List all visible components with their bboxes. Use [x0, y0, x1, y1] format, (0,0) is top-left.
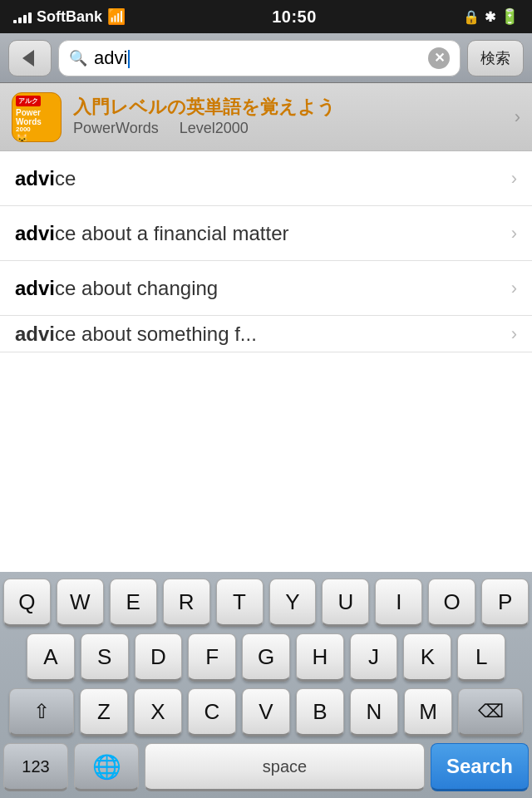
key-s[interactable]: S — [81, 633, 129, 682]
key-c[interactable]: C — [188, 688, 236, 736]
key-n[interactable]: N — [350, 688, 398, 736]
key-q[interactable]: Q — [3, 579, 51, 627]
key-v[interactable]: V — [242, 688, 290, 736]
shift-key[interactable]: ⇧ — [9, 688, 74, 736]
key-r[interactable]: R — [163, 579, 210, 627]
app-banner-text: 入門レベルの英単語を覚えよう PowerWords Level2000 — [73, 96, 503, 139]
key-h[interactable]: H — [296, 633, 344, 682]
app-icon: アルク Power Words 2000 🐱 — [12, 92, 62, 142]
result-text-partial: advice about something f... — [15, 323, 505, 346]
signal-icon — [13, 10, 32, 23]
search-submit-button[interactable]: 検索 — [467, 40, 524, 76]
key-x[interactable]: X — [134, 688, 182, 736]
space-key[interactable]: space — [145, 743, 425, 791]
app-banner-chevron-icon: › — [515, 106, 520, 128]
keyboard-row-3: ⇧ Z X C V B N M ⌫ — [0, 688, 532, 736]
app-icon-name-line2: Words — [16, 117, 42, 126]
space-label: space — [263, 757, 307, 776]
app-icon-alc-badge: アルク — [16, 96, 41, 106]
key-w[interactable]: W — [57, 579, 104, 627]
battery-icon: 🔋 — [500, 7, 519, 26]
results-list: advice › advice about a financial matter… — [0, 151, 532, 352]
key-t[interactable]: T — [216, 579, 264, 627]
search-key[interactable]: Search — [431, 743, 529, 791]
search-input[interactable]: advi — [94, 47, 421, 69]
result-text-advice-financial: advice about a financial matter — [15, 222, 511, 245]
key-l[interactable]: L — [457, 633, 505, 682]
app-banner-subtitle1: PowerWords — [73, 120, 159, 136]
keyboard: Q W E R T Y U I O P A S D F G H J K L ⇧ … — [0, 572, 532, 798]
search-key-label: Search — [446, 755, 513, 778]
key-o[interactable]: O — [428, 579, 475, 627]
key-k[interactable]: K — [403, 633, 451, 682]
clear-icon: ✕ — [434, 52, 445, 65]
search-icon: 🔍 — [69, 49, 87, 67]
key-i[interactable]: I — [375, 579, 422, 627]
delete-key[interactable]: ⌫ — [458, 688, 523, 736]
result-chevron-icon-3: › — [511, 278, 517, 299]
status-time: 10:50 — [272, 7, 317, 27]
key-f[interactable]: F — [188, 633, 236, 682]
key-j[interactable]: J — [350, 633, 398, 682]
app-banner-subtitle2: Level2000 — [180, 120, 249, 136]
result-item-advice-financial[interactable]: advice about a financial matter › — [0, 206, 532, 261]
key-z[interactable]: Z — [80, 688, 128, 736]
keyboard-row-1: Q W E R T Y U I O P — [0, 579, 532, 627]
key-d[interactable]: D — [135, 633, 183, 682]
result-text-advice-changing: advice about changing — [15, 277, 511, 300]
key-123-label: 123 — [22, 757, 49, 776]
search-bar: 🔍 advi ✕ — [58, 40, 461, 76]
key-m[interactable]: M — [404, 688, 452, 736]
key-u[interactable]: U — [322, 579, 369, 627]
status-left: SoftBank 📶 — [13, 7, 126, 26]
key-y[interactable]: Y — [269, 579, 317, 627]
lock-icon: 🔒 — [463, 9, 480, 25]
status-bar: SoftBank 📶 10:50 🔒 ✱ 🔋 — [0, 0, 532, 33]
delete-icon: ⌫ — [478, 701, 504, 722]
key-globe[interactable]: 🌐 — [74, 743, 139, 791]
key-p[interactable]: P — [481, 579, 529, 627]
keyboard-bottom-row: 123 🌐 space Search — [0, 743, 532, 791]
keyboard-row-2: A S D F G H J K L — [0, 633, 532, 682]
status-right: 🔒 ✱ 🔋 — [463, 7, 519, 26]
app-banner[interactable]: アルク Power Words 2000 🐱 入門レベルの英単語を覚えよう Po… — [0, 83, 532, 151]
globe-icon: 🌐 — [92, 753, 121, 781]
result-item-advice[interactable]: advice › — [0, 151, 532, 206]
clear-button[interactable]: ✕ — [428, 47, 450, 69]
result-chevron-icon-2: › — [511, 223, 517, 244]
app-icon-name-line3: 2000 — [16, 126, 31, 134]
shift-icon: ⇧ — [33, 700, 50, 723]
result-chevron-icon-4: › — [511, 323, 517, 345]
result-chevron-icon-1: › — [511, 168, 517, 190]
app-banner-title: 入門レベルの英単語を覚えよう — [73, 96, 503, 120]
carrier-label: SoftBank — [37, 8, 102, 26]
key-a[interactable]: A — [27, 633, 75, 682]
back-chevron-icon — [22, 50, 34, 66]
back-button[interactable] — [8, 40, 52, 76]
wifi-icon: 📶 — [107, 7, 126, 26]
nav-bar: 🔍 advi ✕ 検索 — [0, 33, 532, 83]
key-123[interactable]: 123 — [3, 743, 68, 791]
result-text-advice: advice — [15, 167, 511, 190]
bluetooth-icon: ✱ — [485, 9, 495, 25]
app-icon-name-line1: Power — [16, 108, 41, 117]
key-e[interactable]: E — [110, 579, 157, 627]
key-b[interactable]: B — [296, 688, 344, 736]
app-banner-subtitle: PowerWords Level2000 — [73, 119, 503, 138]
key-g[interactable]: G — [242, 633, 290, 682]
result-item-partial[interactable]: advice about something f... › — [0, 316, 532, 352]
result-item-advice-changing[interactable]: advice about changing › — [0, 261, 532, 316]
